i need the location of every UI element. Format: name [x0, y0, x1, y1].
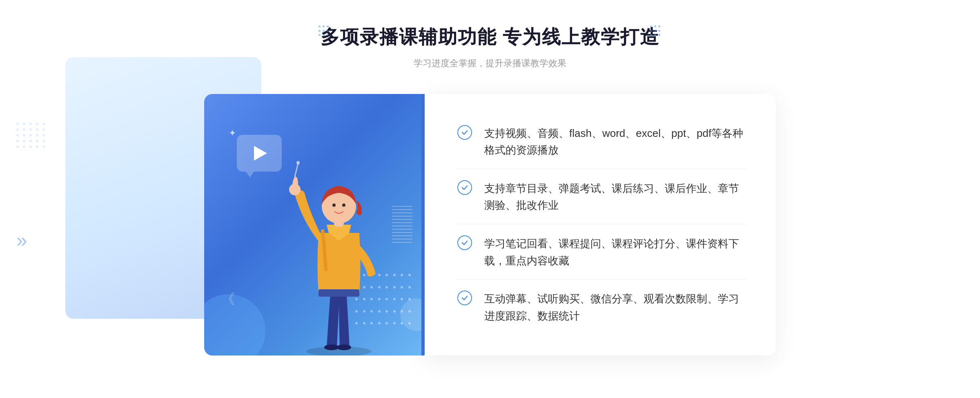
svg-line-9 [295, 163, 298, 177]
page-left-chevron-deco: » [16, 229, 27, 251]
features-panel: 支持视频、音频、flash、word、excel、ppt、pdf等各种格式的资源… [425, 94, 776, 356]
play-bubble [237, 135, 282, 172]
title-deco-dots-left [318, 25, 330, 37]
check-icon-4 [457, 291, 472, 305]
check-icon-2 [457, 180, 472, 195]
feature-item-4: 互动弹幕、试听购买、微信分享、观看次数限制、学习进度跟踪、数据统计 [457, 281, 747, 334]
feature-item-1: 支持视频、音频、flash、word、excel、ppt、pdf等各种格式的资源… [457, 115, 747, 169]
svg-point-10 [296, 161, 300, 164]
check-icon-1 [457, 125, 472, 140]
svg-point-3 [289, 184, 301, 195]
play-icon [254, 146, 267, 161]
check-icon-3 [457, 235, 472, 250]
person-illustration [278, 159, 400, 356]
title-deco-dots-right [650, 25, 662, 37]
svg-point-7 [342, 203, 345, 207]
blue-vertical-bar [421, 94, 425, 356]
feature-text-1: 支持视频、音频、flash、word、excel、ppt、pdf等各种格式的资源… [484, 125, 747, 159]
svg-rect-8 [318, 289, 359, 297]
page-subtitle: 学习进度全掌握，提升录播课教学效果 [414, 57, 566, 69]
feature-text-2: 支持章节目录、弹题考试、课后练习、课后作业、章节测验、批改作业 [484, 180, 747, 214]
main-content: ✦ 《 [204, 94, 776, 356]
svg-point-2 [336, 344, 351, 350]
feature-item-2: 支持章节目录、弹题考试、课后练习、课后作业、章节测验、批改作业 [457, 170, 747, 224]
page-title: 多项录播课辅助功能 专为线上教学打造 [321, 25, 660, 50]
svg-point-6 [332, 203, 336, 207]
illustration-card: ✦ 《 [204, 94, 425, 356]
feature-item-3: 学习笔记回看、课程提问、课程评论打分、课件资料下载，重点内容收藏 [457, 226, 747, 279]
page-container: 多项录播课辅助功能 专为线上教学打造 学习进度全掌握，提升录播课教学效果 » ✦ [0, 0, 980, 398]
feature-text-3: 学习笔记回看、课程提问、课程评论打分、课件资料下载，重点内容收藏 [484, 235, 747, 269]
sparkle-decoration: ✦ [229, 129, 236, 138]
page-left-dots-deco [16, 123, 46, 148]
feature-text-4: 互动弹幕、试听购买、微信分享、观看次数限制、学习进度跟踪、数据统计 [484, 291, 747, 324]
triangle-decoration: 《 [220, 292, 235, 306]
